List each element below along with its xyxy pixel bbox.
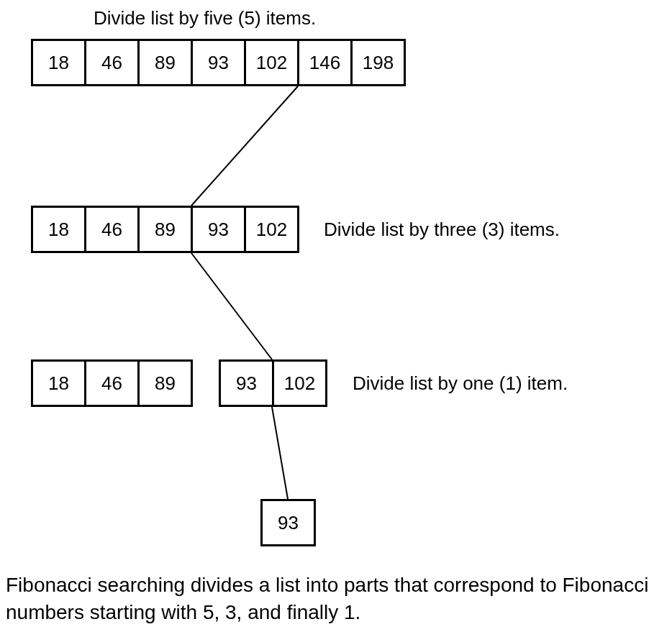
cell: 89 [137,39,193,86]
cell: 89 [137,206,193,253]
array-row-2: 18 46 89 93 102 [31,206,299,253]
cell: 46 [84,206,140,253]
array-row-3a: 18 46 89 [31,359,193,407]
array-row-1: 18 46 89 93 102 146 198 [31,39,406,86]
cell: 102 [272,359,327,407]
cell: 102 [244,206,299,253]
cell: 18 [31,39,86,86]
svg-line-0 [191,86,298,206]
cell: 93 [191,39,246,86]
cell: 46 [84,359,140,407]
step3-label: Divide list by one (1) item. [353,372,568,395]
step2-label: Divide list by three (3) items. [324,219,560,241]
svg-line-2 [272,407,288,499]
cell: 93 [191,206,246,253]
array-row-4: 93 [260,499,316,546]
cell: 146 [297,39,353,86]
caption-text: Fibonacci searching divides a list into … [6,572,666,626]
cell: 46 [84,39,140,86]
cell: 102 [244,39,299,86]
cell: 198 [350,39,406,86]
svg-line-1 [191,253,272,359]
cell: 93 [260,499,316,546]
step1-label: Divide list by five (5) items. [94,7,316,29]
cell: 18 [31,206,86,253]
cell: 89 [137,359,193,407]
array-row-3b: 93 102 [219,359,327,407]
cell: 93 [219,359,274,407]
cell: 18 [31,359,86,407]
